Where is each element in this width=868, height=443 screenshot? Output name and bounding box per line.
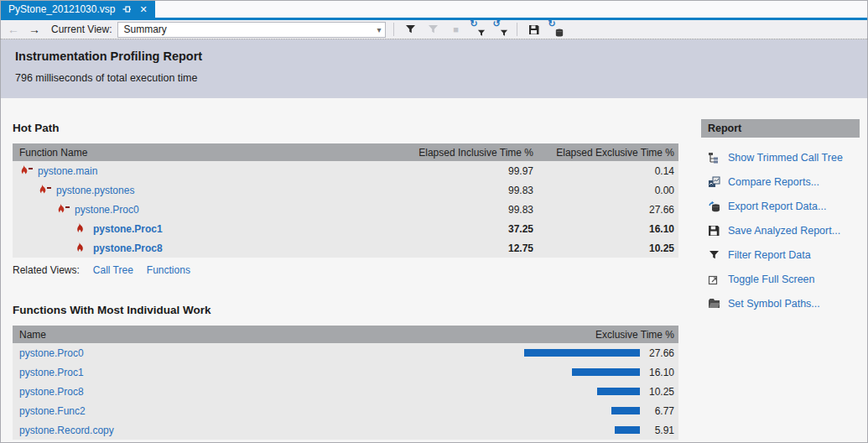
report-content: Hot Path Function Name Elapsed Inclusive… (1, 98, 867, 442)
exclusive-value: 27.66 (640, 347, 678, 359)
page-title: Instrumentation Profiling Report (15, 50, 853, 63)
inclusive-value: 99.97 (397, 165, 538, 177)
profiler-toolbar: ← → Current View: Summary ▾ ■ ↻ ↺ ↻ (1, 20, 867, 39)
column-function-name[interactable]: Function Name (13, 147, 397, 159)
hot-path-title: Hot Path (13, 98, 678, 134)
column-exclusive-time[interactable]: Exclusive Time % (538, 329, 678, 341)
flame-icon (75, 223, 87, 234)
save-icon (707, 225, 720, 237)
report-panel: Report Show Trimmed Call Tree (701, 119, 860, 310)
forward-arrow-icon[interactable]: → (27, 23, 42, 35)
function-link[interactable]: pystone.main (38, 165, 97, 177)
individual-work-table-header: Name Exclusive Time % (13, 326, 678, 343)
table-row: pystone.Proc8 12.75 10.25 (13, 238, 678, 258)
exclusive-value: 27.66 (538, 204, 678, 216)
individual-work-table: Name Exclusive Time % pystone.Proc0 27.6… (13, 326, 678, 440)
toolbar-separator (393, 23, 394, 36)
current-view-value: Summary (123, 23, 377, 35)
function-link[interactable]: pystone.Proc0 (19, 347, 84, 359)
column-name[interactable]: Name (13, 329, 538, 341)
toolbar-separator (517, 23, 517, 36)
report-link-toggle-full-screen[interactable]: Toggle Full Screen (707, 272, 860, 286)
compare-reports-icon (707, 176, 720, 188)
fullscreen-icon (707, 274, 720, 285)
filter-button[interactable] (402, 21, 418, 38)
function-link[interactable]: pystone.Proc1 (93, 223, 163, 235)
document-tab-strip: PyStone_20121030.vsp ✕ (1, 1, 867, 18)
call-tree-icon (707, 152, 720, 164)
exclusive-time-bar (597, 388, 640, 395)
report-link-save-analyzed-report[interactable]: Save Analyzed Report... (707, 223, 860, 237)
folder-icon (707, 298, 720, 309)
exclusive-value: 10.25 (640, 386, 678, 398)
export-report-button[interactable]: ↻ (548, 21, 564, 38)
table-row: pystone.Proc0 27.66 (13, 343, 678, 362)
exclusive-value: 10.25 (538, 242, 678, 254)
hot-path-table-header: Function Name Elapsed Inclusive Time % E… (13, 143, 678, 161)
total-execution-time: 796 milliseconds of total execution time (15, 72, 853, 84)
tab-title: PyStone_20121030.vsp (8, 3, 115, 15)
function-link[interactable]: pystone.Proc8 (19, 386, 84, 398)
report-link-set-symbol-paths[interactable]: Set Symbol Paths... (707, 296, 860, 310)
reapply-filter-button[interactable]: ↻ (470, 21, 486, 38)
individual-work-title: Functions With Most Individual Work (13, 276, 678, 316)
document-tab[interactable]: PyStone_20121030.vsp ✕ (1, 1, 155, 18)
table-row: pystone.pystones 99.83 0.00 (13, 180, 678, 200)
related-views: Related Views: Call Tree Functions (13, 264, 678, 276)
hot-path-flame-dash-icon (19, 165, 32, 176)
function-link[interactable]: pystone.Func2 (19, 405, 86, 417)
table-row: pystone.Record.copy 5.91 (13, 420, 678, 440)
chevron-down-icon: ▾ (377, 25, 385, 34)
hot-path-flame-dash-icon (38, 185, 50, 195)
table-row: pystone.Func2 6.77 (13, 401, 678, 420)
inclusive-value: 99.83 (397, 185, 538, 196)
report-header-band: Instrumentation Profiling Report 796 mil… (1, 39, 867, 98)
table-row: pystone.Proc1 37.25 16.10 (13, 219, 678, 238)
save-report-button[interactable] (525, 21, 542, 38)
exclusive-time-bar (615, 426, 640, 434)
exclusive-value: 16.10 (538, 223, 678, 235)
report-link-compare-reports[interactable]: Compare Reports... (707, 175, 860, 189)
table-row: pystone.Proc1 16.10 (13, 362, 678, 382)
function-link[interactable]: pystone.Record.copy (19, 425, 114, 436)
report-link-show-trimmed-call-tree[interactable]: Show Trimmed Call Tree (707, 150, 860, 164)
exclusive-value: 0.14 (538, 165, 678, 177)
table-row: pystone.main 99.97 0.14 (13, 161, 678, 180)
report-panel-title: Report (701, 119, 860, 138)
function-link[interactable]: pystone.Proc8 (93, 242, 163, 254)
exclusive-value: 5.91 (640, 425, 678, 436)
filter-icon (707, 250, 720, 260)
table-row: pystone.Proc0 99.83 27.66 (13, 200, 678, 219)
inclusive-value: 12.75 (397, 242, 538, 254)
pin-icon[interactable] (122, 4, 132, 14)
related-link-call-tree[interactable]: Call Tree (93, 264, 133, 276)
hot-path-flame-dash-icon (56, 204, 69, 215)
close-icon[interactable]: ✕ (138, 5, 148, 14)
table-row: pystone.Proc8 10.25 (13, 382, 678, 401)
report-link-export-report-data[interactable]: Export Report Data... (707, 199, 860, 213)
filter-disabled-button (424, 21, 441, 38)
function-link[interactable]: pystone.Proc0 (75, 204, 139, 216)
stop-button: ■ (447, 21, 464, 38)
exclusive-value: 6.77 (640, 405, 678, 417)
back-arrow-icon[interactable]: ← (6, 23, 21, 35)
exclusive-value: 0.00 (538, 185, 678, 196)
exclusive-time-bar (611, 407, 640, 414)
export-data-icon (707, 201, 720, 212)
inclusive-value: 37.25 (397, 223, 538, 235)
exclusive-value: 16.10 (640, 367, 678, 378)
exclusive-time-bar (572, 368, 640, 376)
function-link[interactable]: pystone.Proc1 (19, 367, 84, 378)
current-view-label: Current View: (51, 23, 112, 35)
hot-path-table: Function Name Elapsed Inclusive Time % E… (13, 143, 678, 258)
exclusive-time-bar (524, 349, 640, 357)
related-views-label: Related Views: (13, 264, 80, 276)
current-view-dropdown[interactable]: Summary ▾ (117, 22, 386, 38)
related-link-functions[interactable]: Functions (147, 264, 190, 276)
column-exclusive-time[interactable]: Elapsed Exclusive Time % (538, 147, 678, 159)
column-inclusive-time[interactable]: Elapsed Inclusive Time % (397, 147, 538, 159)
report-link-filter-report-data[interactable]: Filter Report Data (707, 248, 860, 262)
flame-icon (75, 242, 87, 253)
function-link[interactable]: pystone.pystones (56, 185, 134, 196)
refresh-filter-button[interactable]: ↺ (492, 21, 509, 38)
